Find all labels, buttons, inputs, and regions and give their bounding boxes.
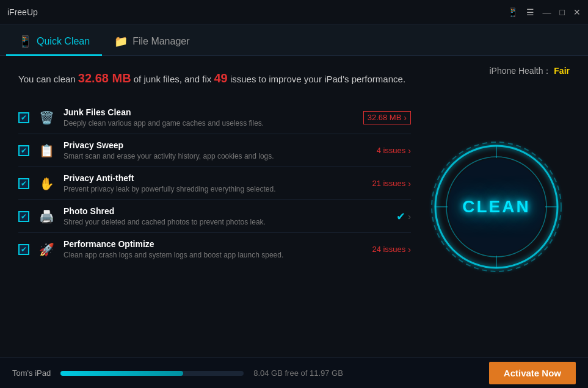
storage-text: 8.04 GB free of 11.97 GB <box>253 368 343 378</box>
quick-clean-tab-icon: 📱 <box>18 35 32 48</box>
desc-privacy-anti-theft: Prevent privacy leak by powerfully shred… <box>64 185 365 193</box>
file-manager-tab-icon: 📁 <box>114 35 128 48</box>
maximize-button[interactable]: □ <box>560 7 565 17</box>
badge-privacy-sweep[interactable]: 4 issues › <box>377 146 411 156</box>
title-privacy-anti-theft: Privacy Anti-theft <box>64 173 365 183</box>
item-privacy-sweep: ✔ 📋 Privacy Sweep Smart scan and erase y… <box>18 134 411 167</box>
text-privacy-anti-theft: Privacy Anti-theft Prevent privacy leak … <box>64 173 365 193</box>
minimize-button[interactable]: — <box>543 7 551 17</box>
main-content: iPhone Health： Fair You can clean 32.68 … <box>0 56 588 357</box>
desc-photo-shred: Shred your deleted and cached photos to … <box>64 218 389 226</box>
item-junk-files: ✔ 🗑️ Junk Files Clean Deeply clean vario… <box>18 101 411 134</box>
checkbox-performance-optimize[interactable]: ✔ <box>18 244 29 255</box>
checkbox-junk-files[interactable]: ✔ <box>18 112 29 123</box>
title-privacy-sweep: Privacy Sweep <box>64 140 369 150</box>
close-button[interactable]: ✕ <box>573 7 581 17</box>
clean-button-wrap: CLEAN <box>435 146 557 268</box>
item-privacy-anti-theft: ✔ ✋ Privacy Anti-theft Prevent privacy l… <box>18 167 411 200</box>
device-icon[interactable]: 📱 <box>507 7 518 17</box>
device-name: Tom's iPad <box>12 368 51 378</box>
title-bar: iFreeUp 📱 ☰ — □ ✕ <box>0 0 588 24</box>
clean-button[interactable]: CLEAN <box>462 197 530 217</box>
right-panel: CLEAN <box>423 68 570 345</box>
tab-bar: 📱 Quick Clean 📁 File Manager <box>0 24 588 56</box>
intro-mid: of junk files, and fix <box>131 74 214 84</box>
intro-before: You can clean <box>18 74 78 84</box>
text-junk-files: Junk Files Clean Deeply clean various ap… <box>64 107 356 128</box>
checkbox-privacy-anti-theft[interactable]: ✔ <box>18 178 29 189</box>
bottom-bar: Tom's iPad 8.04 GB free of 11.97 GB Acti… <box>0 357 588 388</box>
icon-performance-optimize: 🚀 <box>37 240 56 259</box>
title-photo-shred: Photo Shred <box>64 206 389 216</box>
menu-icon[interactable]: ☰ <box>526 7 534 17</box>
icon-privacy-sweep: 📋 <box>37 141 56 160</box>
text-photo-shred: Photo Shred Shred your deleted and cache… <box>64 206 389 226</box>
quick-clean-tab-label: Quick Clean <box>37 36 90 47</box>
icon-junk-files: 🗑️ <box>37 108 56 128</box>
junk-size: 32.68 MB <box>78 71 131 85</box>
title-junk-files: Junk Files Clean <box>64 107 356 117</box>
intro-text: You can clean 32.68 MB of junk files, an… <box>18 68 411 88</box>
file-manager-tab-label: File Manager <box>132 36 189 47</box>
badge-photo-shred[interactable]: ✔ › <box>396 210 411 223</box>
iphone-health: iPhone Health： Fair <box>489 66 570 77</box>
window-controls: 📱 ☰ — □ ✕ <box>507 7 581 17</box>
checkbox-photo-shred[interactable]: ✔ <box>18 211 29 222</box>
badge-junk-files[interactable]: 32.68 MB › <box>363 111 411 124</box>
item-photo-shred: ✔ 🖨️ Photo Shred Shred your deleted and … <box>18 200 411 233</box>
health-label: iPhone Health： <box>489 66 551 76</box>
activate-now-button[interactable]: Activate Now <box>489 362 576 384</box>
badge-privacy-anti-theft[interactable]: 21 issues › <box>372 179 411 189</box>
desc-junk-files: Deeply clean various app and game caches… <box>64 119 356 128</box>
desc-privacy-sweep: Smart scan and erase your activity histo… <box>64 152 369 160</box>
text-performance-optimize: Performance Optimize Clean app crash log… <box>64 239 365 259</box>
checkbox-privacy-sweep[interactable]: ✔ <box>18 145 29 156</box>
desc-performance-optimize: Clean app crash logs and system logs and… <box>64 251 365 259</box>
left-panel: You can clean 32.68 MB of junk files, an… <box>18 68 423 345</box>
icon-photo-shred: 🖨️ <box>37 207 56 226</box>
text-privacy-sweep: Privacy Sweep Smart scan and erase your … <box>64 140 369 160</box>
tab-quick-clean[interactable]: 📱 Quick Clean <box>6 29 102 56</box>
storage-bar-fill <box>60 371 183 376</box>
health-value: Fair <box>554 66 570 76</box>
storage-bar <box>60 371 244 376</box>
issues-count: 49 <box>214 71 227 85</box>
tab-file-manager[interactable]: 📁 File Manager <box>102 29 201 56</box>
intro-after: issues to improve your iPad's performanc… <box>228 74 405 84</box>
app-title: iFreeUp <box>7 7 38 17</box>
title-performance-optimize: Performance Optimize <box>64 239 365 249</box>
badge-performance-optimize[interactable]: 24 issues › <box>372 245 411 254</box>
icon-privacy-anti-theft: ✋ <box>37 174 56 193</box>
item-performance-optimize: ✔ 🚀 Performance Optimize Clean app crash… <box>18 233 411 265</box>
